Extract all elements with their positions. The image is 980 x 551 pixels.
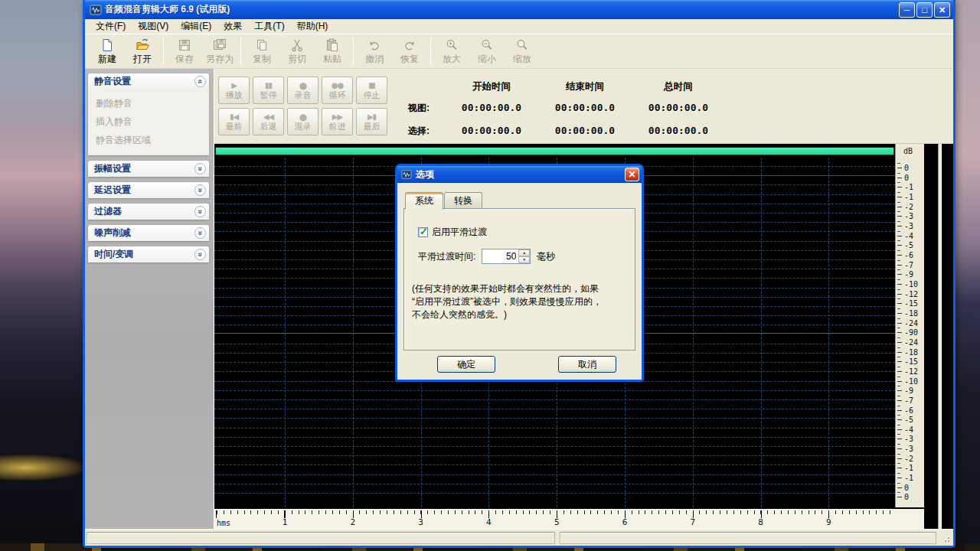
ruler-number: 5 xyxy=(554,517,560,527)
toolbar-button-zoom-in[interactable]: 放大 xyxy=(434,36,469,67)
spin-up-icon[interactable]: ▲ xyxy=(518,249,530,256)
transport-button-first[interactable]: ▮◀最前 xyxy=(218,108,250,135)
menu-item[interactable]: 视图(V) xyxy=(132,18,175,34)
transport-button-loop[interactable]: ●●循环 xyxy=(322,77,353,104)
db-unit-label: dB xyxy=(903,147,913,155)
toolbar-button-zoom-out[interactable]: 缩小 xyxy=(469,36,505,67)
toolbar-separator xyxy=(240,37,241,65)
expand-chevron-icon[interactable]: » xyxy=(194,227,206,239)
sidebar-pane-title: 时间/变调 xyxy=(94,248,133,261)
sidebar-pane-header[interactable]: 静音设置« xyxy=(88,73,209,90)
time-column-header: 开始时间 xyxy=(445,78,538,98)
time-column-header: 结束时间 xyxy=(538,78,632,98)
toolbar-button-new-file[interactable]: 新建 xyxy=(90,36,125,67)
ruler-number: 9 xyxy=(826,517,831,527)
transport-button-pause[interactable]: ▮▮暂停 xyxy=(253,77,284,104)
desktop-sky-right xyxy=(954,0,980,551)
transport-button-record[interactable]: ●录音 xyxy=(287,77,318,104)
toolbar-button-redo[interactable]: 恢复 xyxy=(392,36,427,67)
transport-button-forward[interactable]: ▶▶前进 xyxy=(322,108,353,135)
menu-item[interactable]: 效果 xyxy=(217,18,248,34)
toolbar-button-label: 另存为 xyxy=(206,53,234,66)
sidebar-pane-header[interactable]: 延迟设置» xyxy=(88,182,209,198)
menu-item[interactable]: 工具(T) xyxy=(248,18,290,34)
toolbar-button-copy[interactable]: 复制 xyxy=(244,36,279,67)
expand-chevron-icon[interactable]: » xyxy=(194,184,206,196)
zoom-out-icon xyxy=(479,37,495,53)
toolbar-button-undo[interactable]: 撤消 xyxy=(357,36,392,67)
toolbar-separator xyxy=(163,37,164,65)
resize-grip[interactable] xyxy=(941,533,950,543)
time-value: 00:00:00.0 xyxy=(632,98,725,121)
toolbar: 新建打开保存另存为复制剪切粘贴撤消恢复放大缩小缩放 xyxy=(85,34,953,69)
h-gridline xyxy=(214,437,895,438)
menu-item[interactable]: 帮助(H) xyxy=(291,18,335,34)
toolbar-button-save-as[interactable]: 另存为 xyxy=(202,36,237,67)
ruler-number: 3 xyxy=(418,517,423,527)
zoom-in-icon xyxy=(444,37,459,53)
toolbar-button-zoom[interactable]: 缩放 xyxy=(505,36,540,67)
sidebar-pane-header[interactable]: 过滤器» xyxy=(88,204,209,220)
cancel-button[interactable]: 取消 xyxy=(558,356,616,373)
menu-item[interactable]: 文件(F) xyxy=(90,18,132,34)
h-gridline xyxy=(214,484,895,484)
spin-down-icon[interactable]: ▼ xyxy=(518,256,530,263)
copy-icon xyxy=(254,37,270,53)
toolbar-button-save[interactable]: 保存 xyxy=(167,36,202,67)
toolbar-button-label: 复制 xyxy=(253,53,271,66)
sidebar-item[interactable]: 静音选择区域 xyxy=(96,131,209,149)
sidebar-pane: 时间/变调» xyxy=(88,246,209,262)
sidebar-pane-header[interactable]: 时间/变调» xyxy=(88,246,209,262)
sidebar-item[interactable]: 删除静音 xyxy=(96,94,209,112)
status-panel-right xyxy=(560,532,936,544)
sidebar-item[interactable]: 插入静音 xyxy=(96,112,209,131)
transport-button-mix[interactable]: ●混录 xyxy=(287,108,318,135)
open-folder-icon xyxy=(135,37,150,53)
toolbar-button-open-folder[interactable]: 打开 xyxy=(125,36,160,67)
expand-chevron-icon[interactable]: » xyxy=(194,163,206,174)
sidebar-pane: 过滤器» xyxy=(88,204,209,220)
sidebar-pane-title: 噪声削减 xyxy=(94,227,131,240)
collapse-chevron-icon[interactable]: « xyxy=(194,76,206,87)
transport-button-rewind[interactable]: ◀◀后退 xyxy=(253,108,284,135)
effects-sidebar: 静音设置«删除静音插入静音静音选择区域振幅设置»延迟设置»过滤器»噪声削减»时间… xyxy=(85,69,214,529)
record-icon: ● xyxy=(299,81,306,90)
expand-chevron-icon[interactable]: » xyxy=(194,206,206,217)
maximize-button[interactable]: □ xyxy=(916,2,933,18)
time-value: 00:00:00.0 xyxy=(445,121,538,144)
toolbar-button-cut[interactable]: 剪切 xyxy=(279,36,315,67)
expand-chevron-icon[interactable]: » xyxy=(194,249,206,260)
toolbar-button-label: 缩小 xyxy=(478,53,496,66)
loop-icon: ●● xyxy=(332,81,343,90)
transport-panel: ▶播放▮▮暂停●录音●●循环■停止▮◀最前◀◀后退●混录▶▶前进▶▮最后 开始时… xyxy=(214,69,953,144)
new-file-icon xyxy=(100,37,115,53)
toolbar-button-label: 恢复 xyxy=(400,53,419,66)
selection-bar[interactable] xyxy=(215,147,894,155)
sidebar-pane-header[interactable]: 噪声削减» xyxy=(88,225,209,241)
dialog-title: 选项 xyxy=(416,168,625,181)
tab-system[interactable]: 系统 xyxy=(405,192,443,210)
ruler-number: 8 xyxy=(758,517,763,527)
desktop-shore-light xyxy=(0,455,84,481)
v-gridline xyxy=(353,158,354,507)
minimize-button[interactable]: ─ xyxy=(899,2,915,18)
transport-button-label: 最前 xyxy=(226,122,243,132)
pause-icon: ▮▮ xyxy=(265,81,272,90)
menu-item[interactable]: 编辑(E) xyxy=(175,18,217,34)
toolbar-button-label: 缩放 xyxy=(513,53,531,66)
h-gridline xyxy=(214,409,895,409)
transport-button-stop[interactable]: ■停止 xyxy=(356,77,387,104)
time-ruler[interactable]: hms 123456789 xyxy=(214,507,924,529)
sidebar-pane-header[interactable]: 振幅设置» xyxy=(88,161,209,177)
tab-convert[interactable]: 转换 xyxy=(444,192,482,208)
transport-button-label: 混录 xyxy=(295,122,312,132)
transport-button-last[interactable]: ▶▮最后 xyxy=(356,108,387,135)
ok-button[interactable]: 确定 xyxy=(437,356,495,373)
transport-button-play[interactable]: ▶播放 xyxy=(218,77,250,104)
system-tab-page: ✓ 启用平滑过渡 平滑过渡时间: ▲ ▼ 毫秒 (任何支持的效果开始时都会有突然… xyxy=(403,208,635,350)
dialog-close-icon[interactable]: ✕ xyxy=(625,168,639,181)
smooth-transition-checkbox[interactable]: ✓ xyxy=(418,227,428,237)
close-button[interactable]: ✕ xyxy=(934,2,950,18)
app-icon xyxy=(90,4,102,16)
toolbar-button-paste[interactable]: 粘贴 xyxy=(315,36,350,67)
